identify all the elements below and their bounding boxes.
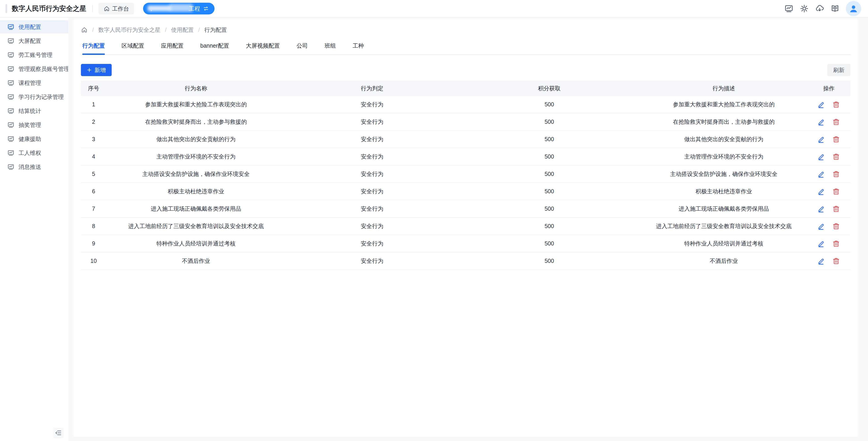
breadcrumb-item[interactable]: 使用配置 [171, 26, 194, 34]
delete-icon[interactable] [832, 188, 840, 195]
sidebar-item-label: 消息推送 [19, 163, 41, 171]
screen-icon [7, 107, 14, 114]
delete-icon[interactable] [832, 135, 840, 143]
edit-icon[interactable] [818, 101, 826, 108]
person-icon [848, 4, 859, 13]
edit-icon[interactable] [818, 170, 826, 178]
edit-icon[interactable] [818, 188, 826, 195]
screen-icon [7, 163, 14, 170]
project-switcher-pill[interactable]: ， 工程 [143, 3, 215, 14]
sidebar-item[interactable]: 学习行为记录管理 [0, 90, 68, 103]
edit-icon[interactable] [818, 257, 826, 265]
cell-points: 500 [458, 188, 640, 195]
edit-icon[interactable] [818, 240, 826, 247]
delete-icon[interactable] [832, 153, 840, 161]
sidebar-item[interactable]: 健康援助 [0, 132, 68, 145]
cell-judgment: 安全行为 [286, 135, 458, 143]
add-button-label: 新增 [94, 66, 106, 74]
user-avatar[interactable] [846, 1, 861, 16]
home-icon[interactable] [81, 26, 88, 33]
cell-judgment: 安全行为 [286, 257, 458, 265]
sidebar-item[interactable]: 消息推送 [0, 160, 68, 173]
delete-icon[interactable] [832, 240, 840, 247]
cell-points: 500 [458, 136, 640, 142]
cell-seq: 2 [81, 118, 106, 125]
cell-judgment: 安全行为 [286, 205, 458, 212]
add-button[interactable]: 新增 [81, 64, 112, 76]
cell-description: 不酒后作业 [640, 257, 807, 265]
header-behavior-name: 行为名称 [106, 85, 286, 92]
cell-judgment: 安全行为 [286, 153, 458, 160]
sidebar-item[interactable]: 抽奖管理 [0, 118, 68, 131]
cell-seq: 8 [81, 223, 106, 229]
tab[interactable]: banner配置 [200, 42, 229, 55]
gear-icon[interactable] [800, 4, 809, 13]
main-area: 使用配置 大屏配置 劳工账号管理 管理观察员账号管理 [0, 18, 868, 441]
tab[interactable]: 工种 [352, 42, 364, 55]
refresh-button-label: 刷新 [833, 66, 844, 74]
content-card: / 数字人民币行为安全之星 / 使用配置 / 行为配置 行为配置 区域配置 应用… [74, 20, 858, 437]
cell-description: 在抢险救灾时挺身而出，主动参与救援的 [640, 118, 807, 126]
tab[interactable]: 区域配置 [122, 42, 144, 55]
cell-judgment: 安全行为 [286, 240, 458, 247]
delete-icon[interactable] [832, 118, 840, 126]
header-actions: 操作 [807, 85, 850, 92]
edit-icon[interactable] [818, 223, 826, 230]
tab[interactable]: 应用配置 [161, 42, 184, 55]
delete-icon[interactable] [832, 223, 840, 230]
sidebar-item-label: 使用配置 [19, 23, 41, 31]
cloud-download-icon[interactable] [815, 4, 824, 13]
cell-behavior-name: 进入工地前经历了三级安全教育培训以及安全技术交底 [106, 223, 286, 230]
sidebar-item[interactable]: 劳工账号管理 [0, 48, 68, 61]
breadcrumb-item[interactable]: 数字人民币行为安全之星 [98, 26, 160, 34]
swap-icon [203, 5, 209, 12]
edit-icon[interactable] [818, 153, 826, 161]
delete-icon[interactable] [832, 257, 840, 265]
cell-seq: 5 [81, 171, 106, 177]
sidebar-item[interactable]: 管理观察员账号管理 [0, 62, 68, 75]
cell-behavior-name: 做出其他突出的安全贡献的行为 [106, 135, 286, 143]
table-row: 7 进入施工现场正确佩戴各类劳保用品 安全行为 500 进入施工现场正确佩戴各类… [81, 200, 850, 218]
sidebar-item-label: 工人维权 [19, 149, 41, 157]
tab-bar: 行为配置 区域配置 应用配置 banner配置 大屏视频配置 公司 班组 工种 [81, 42, 850, 55]
sidebar-item[interactable]: 使用配置 [0, 20, 68, 33]
monitor-chart-icon[interactable] [784, 4, 794, 13]
cell-points: 500 [458, 153, 640, 160]
delete-icon[interactable] [832, 205, 840, 213]
sidebar: 使用配置 大屏配置 劳工账号管理 管理观察员账号管理 [0, 18, 68, 441]
sidebar-item[interactable]: 大屏配置 [0, 34, 68, 47]
edit-icon[interactable] [818, 118, 826, 126]
screen-icon [7, 51, 14, 59]
delete-icon[interactable] [832, 170, 840, 178]
workbench-button[interactable]: 工作台 [98, 3, 134, 14]
tab[interactable]: 班组 [324, 42, 336, 55]
divider [92, 5, 93, 12]
top-navbar: 数字人民币行为安全之星 工作台 ， 工程 [0, 0, 868, 18]
cell-behavior-name: 参加重大救援和重大抢险工作表现突出的 [106, 101, 286, 108]
tab[interactable]: 行为配置 [82, 42, 105, 55]
sidebar-item[interactable]: 课程管理 [0, 76, 68, 90]
cell-seq: 6 [81, 188, 106, 195]
cell-description: 进入工地前经历了三级安全教育培训以及安全技术交底 [640, 223, 807, 230]
workbench-label: 工作台 [112, 5, 129, 12]
cell-actions [807, 153, 850, 161]
sidebar-item[interactable]: 工人维权 [0, 146, 68, 160]
cell-judgment: 安全行为 [286, 188, 458, 195]
table-row: 2 在抢险救灾时挺身而出，主动参与救援的 安全行为 500 在抢险救灾时挺身而出… [81, 113, 850, 131]
tab[interactable]: 公司 [297, 42, 308, 55]
cell-actions [807, 170, 850, 178]
screen-icon [7, 65, 14, 72]
edit-icon[interactable] [818, 135, 826, 143]
cell-actions [807, 135, 850, 143]
cell-description: 积极主动杜绝违章作业 [640, 188, 807, 195]
cell-seq: 1 [81, 101, 106, 108]
table-row: 9 特种作业人员经培训并通过考核 安全行为 500 特种作业人员经培训并通过考核 [81, 235, 850, 252]
refresh-button[interactable]: 刷新 [827, 64, 850, 76]
screen-icon [7, 93, 14, 100]
book-icon[interactable] [831, 4, 839, 13]
sidebar-collapse-button[interactable] [53, 428, 64, 438]
tab[interactable]: 大屏视频配置 [246, 42, 280, 55]
delete-icon[interactable] [832, 101, 840, 108]
sidebar-item[interactable]: 结算统计 [0, 104, 68, 117]
edit-icon[interactable] [818, 205, 826, 213]
